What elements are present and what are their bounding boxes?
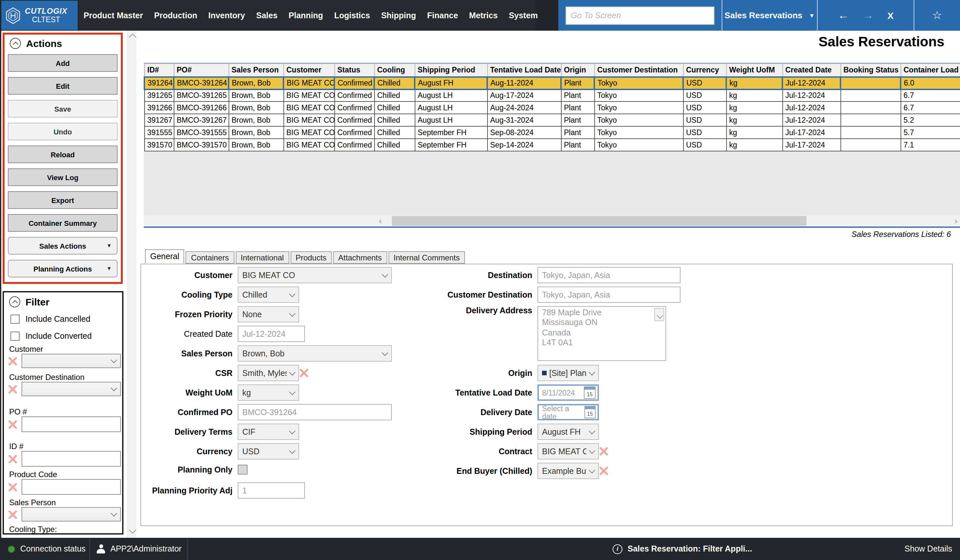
export-button[interactable]: Export — [8, 191, 118, 209]
cell[interactable]: 391570 — [144, 139, 174, 151]
cell[interactable]: kg — [726, 102, 782, 114]
cell[interactable]: BIG MEAT CO — [283, 126, 334, 139]
filter-id-input[interactable] — [22, 451, 121, 467]
container-summary-button[interactable]: Container Summary — [8, 214, 118, 232]
show-details-button[interactable]: Show Details — [904, 538, 952, 560]
edit-button[interactable]: Edit — [8, 77, 118, 95]
column-header-customer[interactable]: Customer — [283, 64, 334, 77]
cell[interactable]: Aug-11-2024 — [487, 77, 561, 89]
cell[interactable]: BMCO-391267 — [174, 114, 229, 126]
add-button[interactable]: Add — [8, 54, 118, 72]
contract-select[interactable]: BIG MEAT CO/B — [538, 443, 599, 459]
shipping-period-select[interactable]: August FH — [538, 424, 599, 440]
column-header-origin[interactable]: Origin — [561, 64, 594, 77]
planning-priority-adj-input[interactable]: 1 — [238, 482, 305, 499]
cell[interactable]: kg — [726, 114, 782, 126]
favorite-star-icon[interactable]: ☆ — [932, 8, 942, 22]
cell[interactable]: USD — [683, 139, 726, 151]
column-header-created-date[interactable]: Created Date — [782, 64, 840, 77]
back-icon[interactable]: ← — [838, 9, 849, 22]
menu-production[interactable]: Production — [154, 11, 197, 20]
currency-select[interactable]: USD — [238, 443, 299, 459]
cooling-type-select[interactable]: Chilled — [238, 287, 299, 303]
filter-checkbox-include-converted[interactable]: Include Converted — [10, 332, 92, 341]
cell[interactable]: Brown, Bob — [229, 102, 283, 114]
cell[interactable] — [840, 102, 901, 114]
sales-actions-button[interactable]: Sales Actions▼ — [8, 237, 118, 255]
cell[interactable]: Plant — [561, 114, 594, 126]
cell[interactable]: 5.7 — [901, 126, 960, 139]
delivery-date-datepicker[interactable]: Select a date15 — [538, 404, 599, 420]
cell[interactable] — [840, 114, 901, 126]
cell[interactable]: kg — [726, 139, 782, 151]
cell[interactable]: BIG MEAT CO — [283, 89, 334, 102]
delivery-address-textarea[interactable]: 789 Maple Drive Missisauga ON Canada L4T… — [538, 306, 666, 361]
weight-uom-select[interactable]: kg — [238, 385, 299, 401]
column-header-po[interactable]: PO# — [174, 64, 229, 77]
cell[interactable]: Confirmed — [334, 102, 374, 114]
table-horizontal-scrollbar[interactable]: ‹ › — [144, 215, 960, 227]
table-row[interactable]: 391570BMCO-391570Brown, BobBIG MEAT COCo… — [144, 139, 960, 151]
forward-icon[interactable]: → — [863, 9, 874, 22]
calendar-icon[interactable]: 15 — [584, 386, 595, 399]
tab-international[interactable]: International — [235, 251, 289, 264]
screen-selector[interactable]: Sales Reservations ▼ — [722, 0, 817, 31]
cell[interactable]: 391264 — [144, 77, 174, 89]
cell[interactable]: Tokyo — [594, 114, 683, 126]
menu-finance[interactable]: Finance — [427, 11, 458, 20]
column-header-status[interactable]: Status — [334, 64, 374, 77]
column-header-id[interactable]: ID# — [144, 64, 174, 77]
save-button[interactable]: Save — [8, 100, 118, 118]
column-header-shipping-period[interactable]: Shipping Period — [415, 64, 487, 77]
column-header-currency[interactable]: Currency — [683, 64, 726, 77]
clear-filter-icon[interactable] — [8, 482, 18, 492]
cell[interactable]: September FH — [415, 126, 487, 139]
sidebar-scrollbar[interactable] — [127, 31, 136, 538]
cell[interactable]: 5.2 — [901, 114, 960, 126]
filter-sales-person-select[interactable] — [22, 507, 121, 522]
table-row[interactable]: 391266BMCO-391266Brown, BobBIG MEAT COCo… — [144, 102, 960, 114]
cell[interactable]: 6.7 — [901, 102, 960, 114]
cell[interactable]: August FH — [415, 77, 487, 89]
cell[interactable] — [840, 89, 901, 102]
menu-product-master[interactable]: Product Master — [83, 11, 143, 20]
end-buyer-chilled-select[interactable]: Example Buyer — [538, 463, 599, 479]
cell[interactable]: BMCO-391265 — [174, 89, 229, 102]
scroll-down-icon[interactable] — [129, 526, 136, 534]
clear-filter-icon[interactable] — [8, 420, 18, 429]
cell[interactable]: USD — [683, 102, 726, 114]
cell[interactable]: Chilled — [374, 139, 415, 151]
sales-person-select[interactable]: Brown, Bob — [238, 345, 392, 362]
cell[interactable]: Sep-08-2024 — [487, 126, 561, 139]
tab-general[interactable]: General — [145, 249, 184, 264]
cell[interactable]: Chilled — [374, 114, 415, 126]
cell[interactable]: 391555 — [144, 126, 174, 139]
cell[interactable]: Plant — [561, 139, 594, 151]
cell[interactable]: BMCO-391555 — [174, 126, 229, 139]
cell[interactable]: USD — [683, 77, 726, 89]
cell[interactable]: BIG MEAT CO — [283, 114, 334, 126]
cell[interactable]: 7.1 — [901, 139, 960, 151]
menu-sales[interactable]: Sales — [256, 11, 277, 20]
table-row[interactable]: 391555BMCO-391555Brown, BobBIG MEAT COCo… — [144, 126, 960, 139]
cell[interactable]: Chilled — [374, 102, 415, 114]
tentative-load-date-datepicker[interactable]: 8/11/202415 — [538, 385, 599, 401]
cell[interactable]: September FH — [415, 139, 487, 151]
collapse-actions-icon[interactable] — [10, 38, 21, 49]
filter-checkbox-include-cancelled[interactable]: Include Cancelled — [10, 314, 90, 324]
filter-customer-destination-select[interactable] — [22, 382, 121, 396]
cell[interactable]: Confirmed — [334, 114, 374, 126]
cell[interactable]: August LH — [415, 114, 487, 126]
scroll-up-icon[interactable] — [129, 34, 136, 41]
filter-po-input[interactable] — [22, 416, 121, 432]
cell[interactable]: Chilled — [374, 126, 415, 139]
cell[interactable]: kg — [726, 77, 782, 89]
tab-products[interactable]: Products — [290, 251, 332, 264]
cell[interactable]: Jul-17-2024 — [782, 139, 840, 151]
clear-filter-icon[interactable] — [8, 454, 18, 464]
column-header-customer-destintation[interactable]: Customer Destintation — [594, 64, 683, 77]
cell[interactable]: Brown, Bob — [229, 139, 283, 151]
planning-only-checkbox[interactable] — [238, 465, 248, 474]
menu-shipping[interactable]: Shipping — [381, 11, 416, 20]
cell[interactable]: Jul-17-2024 — [782, 126, 840, 139]
